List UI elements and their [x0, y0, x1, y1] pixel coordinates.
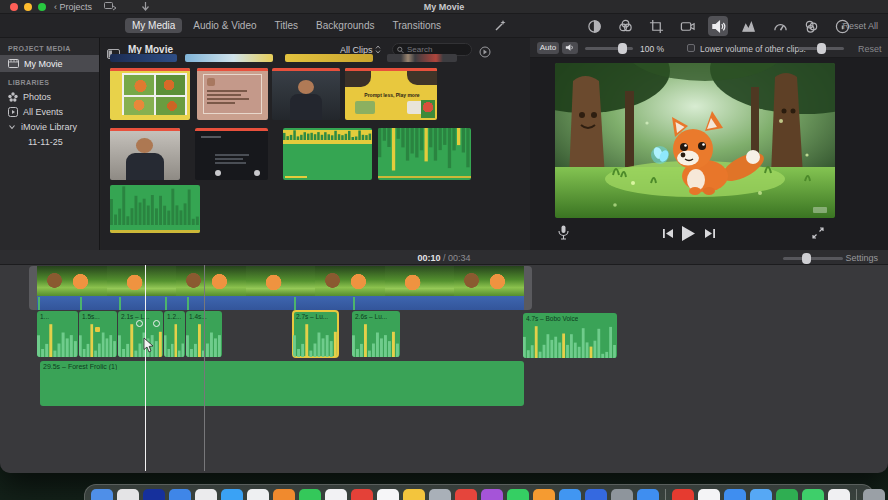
dock-app-icon[interactable] — [637, 489, 659, 500]
media-thumb-terminal[interactable] — [195, 128, 268, 180]
tab-backgrounds[interactable]: Backgrounds — [309, 18, 381, 33]
volume-keyframe[interactable] — [95, 327, 100, 332]
tab-my-media[interactable]: My Media — [125, 18, 182, 33]
dock-app-icon[interactable] — [750, 489, 772, 500]
trim-handle-right[interactable] — [524, 266, 532, 310]
media-thumb-partial[interactable] — [185, 54, 273, 62]
media-thumb-fox-collage[interactable] — [110, 68, 190, 120]
sidebar-item-all-events[interactable]: All Events — [0, 104, 99, 119]
fullscreen-icon[interactable] — [812, 227, 824, 239]
next-frame-button[interactable] — [705, 229, 715, 238]
dock-app-icon[interactable] — [91, 489, 113, 500]
audio-clip[interactable]: 1... — [37, 311, 78, 357]
audio-clip[interactable]: 1.2... — [164, 311, 185, 357]
video-preview[interactable] — [555, 63, 835, 218]
sidebar-item-imovie-library[interactable]: iMovie Library — [0, 119, 99, 134]
dock-app-icon[interactable] — [455, 489, 477, 500]
previous-frame-button[interactable] — [663, 229, 673, 238]
dock-app-icon[interactable] — [351, 489, 373, 500]
audio-clip[interactable]: 2.7s – Lu... — [293, 311, 338, 357]
voiceover-mic-icon[interactable] — [558, 225, 569, 240]
media-thumb-presenter[interactable] — [272, 68, 340, 120]
dock-app-icon[interactable] — [299, 489, 321, 500]
dock-app-icon[interactable] — [559, 489, 581, 500]
dock-app-icon[interactable] — [247, 489, 269, 500]
dock-app-icon[interactable] — [429, 489, 451, 500]
media-thumb-promo[interactable]: Prompt less, Play more — [345, 68, 437, 120]
background-music-clip[interactable]: 29.5s – Forest Frolic (1) — [40, 361, 524, 406]
media-thumb-presenter-2[interactable] — [110, 128, 180, 180]
dock-app-icon[interactable] — [325, 489, 347, 500]
dock-app-icon[interactable] — [863, 489, 885, 500]
audio-clip[interactable]: 2.1s – L... — [118, 311, 163, 357]
color-balance-icon[interactable] — [584, 16, 604, 36]
effects-filter-icon[interactable] — [801, 16, 821, 36]
media-thumb-audio-2[interactable] — [378, 128, 471, 180]
enhance-wand-icon[interactable] — [493, 19, 507, 37]
search-input[interactable] — [407, 45, 467, 54]
lower-volume-knob[interactable] — [817, 43, 826, 54]
audio-clip[interactable]: 4.7s – Bobo Voice — [523, 313, 617, 358]
stabilization-icon[interactable] — [677, 16, 697, 36]
play-button[interactable] — [682, 226, 695, 241]
media-thumb-audio-1[interactable] — [283, 128, 372, 180]
media-thumb-audio-3[interactable] — [110, 185, 200, 233]
audio-clip[interactable]: 2.6s – Lu... — [352, 311, 400, 357]
sidebar-item-my-movie[interactable]: My Movie — [0, 55, 99, 72]
audio-clip[interactable]: 1.5s... — [79, 311, 117, 357]
dock-app-icon[interactable] — [195, 489, 217, 500]
volume-slider[interactable] — [585, 47, 633, 50]
dock-app-icon[interactable] — [828, 489, 850, 500]
dock-app-icon[interactable] — [273, 489, 295, 500]
dock-app-icon[interactable] — [802, 489, 824, 500]
timeline-settings-button[interactable]: Settings — [845, 253, 878, 263]
tab-transitions[interactable]: Transitions — [385, 18, 448, 33]
search-icon — [397, 46, 404, 54]
dock-app-icon[interactable] — [481, 489, 503, 500]
color-correction-icon[interactable] — [615, 16, 635, 36]
media-thumb-partial[interactable] — [110, 54, 177, 62]
reset-all-button[interactable]: Reset All — [842, 21, 878, 31]
dock-app-icon[interactable] — [403, 489, 425, 500]
dock-app-icon[interactable] — [377, 489, 399, 500]
dock-app-icon[interactable] — [672, 489, 694, 500]
dock-app-icon[interactable] — [143, 489, 165, 500]
reset-volume-button[interactable]: Reset — [858, 44, 882, 54]
dock-app-icon[interactable] — [507, 489, 529, 500]
noise-reduction-icon[interactable] — [739, 16, 759, 36]
dock-app-icon[interactable] — [698, 489, 720, 500]
volume-icon[interactable] — [708, 16, 728, 36]
auto-volume-button[interactable]: Auto — [537, 42, 559, 54]
filmstrip-frame — [37, 266, 107, 296]
dock-app-icon[interactable] — [776, 489, 798, 500]
crop-icon[interactable] — [646, 16, 666, 36]
more-content-icon[interactable] — [479, 44, 491, 62]
lower-volume-slider[interactable] — [798, 47, 844, 50]
sidebar-item-photos[interactable]: Photos — [0, 89, 99, 104]
sidebar-item-event-date[interactable]: 11-11-25 — [0, 134, 99, 149]
volume-slider-knob[interactable] — [618, 43, 627, 54]
timeline-zoom-slider[interactable] — [783, 257, 843, 260]
dock-app-icon[interactable] — [169, 489, 191, 500]
fade-handle[interactable] — [136, 320, 143, 327]
tab-audio-video[interactable]: Audio & Video — [186, 18, 263, 33]
fade-handle[interactable] — [153, 320, 160, 327]
video-clip-audio-track[interactable] — [37, 296, 524, 310]
dock-app-icon[interactable] — [221, 489, 243, 500]
dock-app-icon[interactable] — [585, 489, 607, 500]
dock-app-icon[interactable] — [611, 489, 633, 500]
tab-titles[interactable]: Titles — [268, 18, 306, 33]
dock-app-icon[interactable] — [533, 489, 555, 500]
trim-handle-left[interactable] — [29, 266, 37, 310]
media-thumb-partial[interactable] — [387, 54, 457, 62]
speed-icon[interactable] — [770, 16, 790, 36]
dock-app-icon[interactable] — [724, 489, 746, 500]
video-clip-filmstrip[interactable] — [37, 266, 524, 296]
timeline-zoom-knob[interactable] — [802, 253, 811, 264]
dock-app-icon[interactable] — [117, 489, 139, 500]
media-thumb-partial[interactable] — [285, 54, 373, 62]
media-thumb-notes[interactable] — [197, 68, 268, 120]
playhead[interactable] — [145, 265, 146, 471]
mute-button[interactable] — [562, 42, 578, 54]
lower-volume-checkbox[interactable] — [687, 44, 695, 52]
